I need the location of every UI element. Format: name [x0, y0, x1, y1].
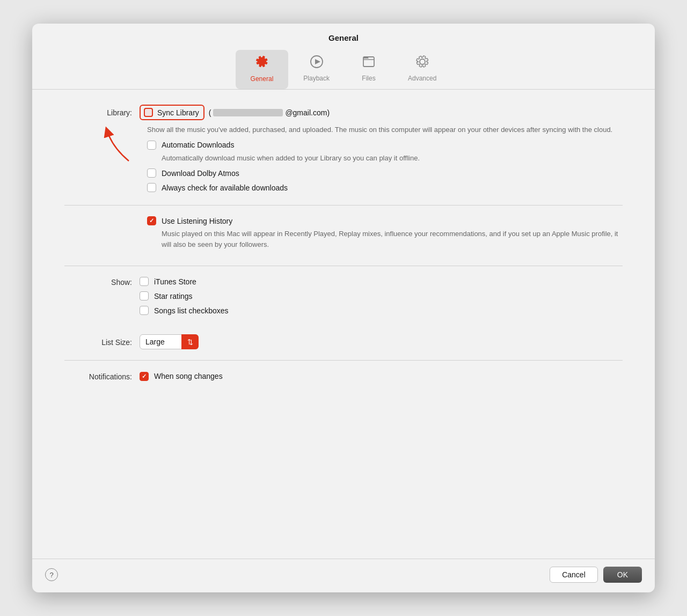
library-description: Show all the music you've added, purchas…: [147, 124, 623, 135]
always-check-section: Always check for available downloads: [147, 183, 623, 192]
listening-history-inner: Use Listening History Music played on th…: [147, 216, 623, 250]
always-check-label: Always check for available downloads: [162, 184, 288, 192]
notifications-checkbox[interactable]: [140, 372, 149, 381]
library-desc-text: Show all the music you've added, purchas…: [147, 124, 623, 135]
dolby-label: Download Dolby Atmos: [162, 169, 239, 178]
auto-downloads-section: Automatic Downloads Automatically downlo…: [147, 141, 623, 164]
itunes-store-label: iTunes Store: [154, 277, 196, 286]
list-size-row: List Size: Small Medium Large ⇅: [64, 334, 623, 349]
email-suffix: @gmail.com): [285, 108, 330, 117]
star-ratings-row: Star ratings: [140, 291, 229, 300]
notifications-row: Notifications: When song changes: [64, 371, 623, 381]
advanced-icon: [415, 54, 430, 72]
songs-checkboxes-row: Songs list checkboxes: [140, 306, 229, 315]
tab-playback-label: Playback: [303, 75, 330, 82]
star-ratings-label: Star ratings: [154, 292, 193, 300]
dolby-checkbox[interactable]: [147, 168, 156, 178]
email-prefix: (: [207, 108, 211, 117]
list-size-select-wrapper: Small Medium Large ⇅: [140, 334, 199, 349]
always-check-row: Always check for available downloads: [147, 183, 623, 192]
tab-general-label: General: [251, 75, 274, 83]
dolby-section: Download Dolby Atmos: [147, 168, 623, 178]
show-section: Show: iTunes Store Star ratings Songs li…: [64, 277, 623, 326]
tab-advanced[interactable]: Advanced: [393, 50, 451, 89]
sync-library-checkbox[interactable]: [144, 108, 153, 117]
help-button[interactable]: ?: [45, 568, 58, 581]
svg-point-3: [420, 59, 425, 64]
listening-history-section: Use Listening History Music played on th…: [64, 216, 623, 255]
auto-downloads-checkbox[interactable]: [147, 141, 156, 150]
window-title: General: [328, 33, 359, 42]
list-size-label: List Size:: [64, 337, 140, 347]
settings-window: General General Playback: [32, 24, 655, 592]
always-check-checkbox[interactable]: [147, 183, 156, 192]
songs-checkboxes-label: Songs list checkboxes: [154, 306, 229, 315]
footer: ? Cancel OK: [32, 559, 655, 592]
library-email-text: ( @gmail.com): [207, 108, 330, 117]
title-bar: General: [32, 24, 655, 42]
library-row: Library: Sync Library ( @gmail.com): [64, 105, 623, 120]
library-section: Library: Sync Library ( @gmail.com): [64, 105, 623, 195]
songs-checkboxes-checkbox[interactable]: [140, 306, 149, 315]
show-row: Show: iTunes Store Star ratings Songs li…: [64, 277, 623, 318]
toolbar: General Playback Files: [32, 42, 655, 90]
listening-history-row: Use Listening History: [147, 216, 623, 225]
notifications-when-label: When song changes: [154, 372, 223, 380]
tab-advanced-label: Advanced: [408, 75, 436, 82]
listening-history-desc: Music played on this Mac will appear in …: [162, 229, 623, 250]
tab-general[interactable]: General: [236, 50, 289, 89]
tab-files[interactable]: Files: [345, 50, 393, 89]
email-masked: [213, 109, 283, 116]
show-options: iTunes Store Star ratings Songs list che…: [140, 277, 229, 318]
tab-playback[interactable]: Playback: [288, 50, 345, 89]
content-area: Library: Sync Library ( @gmail.com): [32, 90, 655, 559]
ok-button[interactable]: OK: [603, 567, 642, 583]
files-icon: [361, 54, 376, 72]
listening-history-label: Use Listening History: [162, 217, 232, 225]
cancel-button[interactable]: Cancel: [550, 567, 598, 583]
listening-history-checkbox[interactable]: [147, 216, 156, 225]
dolby-row: Download Dolby Atmos: [147, 168, 623, 178]
gear-icon: [254, 54, 269, 73]
star-ratings-checkbox[interactable]: [140, 291, 149, 300]
list-size-select[interactable]: Small Medium Large: [140, 334, 199, 349]
tab-files-label: Files: [362, 75, 375, 82]
divider-2: [64, 266, 623, 266]
divider-3: [64, 360, 623, 361]
itunes-store-checkbox[interactable]: [140, 277, 149, 286]
auto-downloads-desc: Automatically download music when added …: [162, 153, 623, 164]
show-label: Show:: [64, 277, 140, 287]
auto-downloads-row: Automatic Downloads: [147, 141, 623, 150]
library-label: Library:: [64, 108, 140, 117]
svg-marker-1: [315, 59, 320, 64]
divider-1: [64, 205, 623, 206]
auto-downloads-label: Automatic Downloads: [162, 141, 234, 149]
playback-icon: [309, 54, 324, 72]
itunes-store-row: iTunes Store: [140, 277, 229, 286]
footer-buttons: Cancel OK: [550, 567, 642, 583]
sync-library-label: Sync Library: [157, 108, 199, 117]
sync-library-checkbox-area: Sync Library: [140, 105, 204, 120]
notifications-label: Notifications:: [64, 371, 140, 381]
